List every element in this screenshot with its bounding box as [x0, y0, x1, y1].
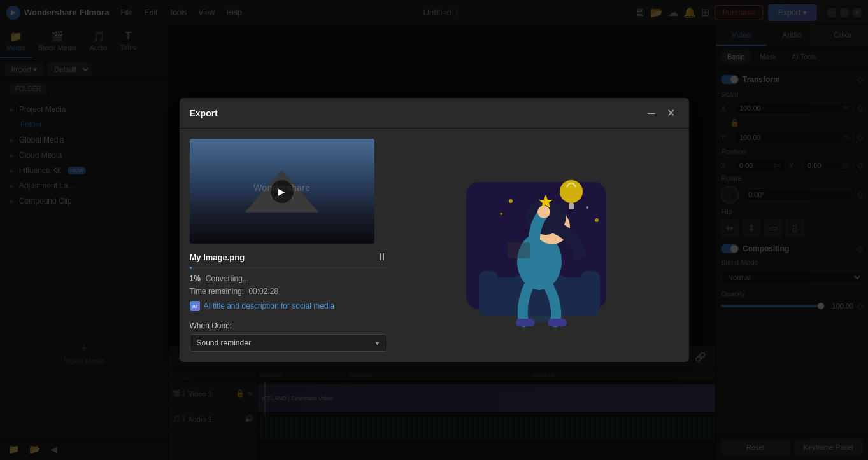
modal-header: Export ─ ✕ [180, 98, 689, 129]
file-name-text: My Image.png [190, 253, 245, 262]
modal-right [400, 139, 679, 352]
export-illustration [447, 144, 632, 347]
modal-title: Export [190, 108, 218, 118]
ai-icon: AI [190, 301, 200, 311]
modal-header-buttons: ─ ✕ [644, 106, 678, 120]
progress-status-row: 1% Converting... [190, 274, 387, 283]
pause-button[interactable]: ⏸ [377, 251, 387, 263]
progress-section: My Image.png ⏸ 1% Converting... Time rem… [190, 251, 387, 352]
modal-overlay: Export ─ ✕ Wondershare Filmora ▶ [0, 0, 868, 460]
svg-rect-3 [479, 271, 498, 316]
when-done-label: When Done: [190, 321, 387, 330]
svg-rect-18 [508, 242, 530, 258]
file-name-row: My Image.png ⏸ [190, 251, 387, 263]
progress-fill [190, 267, 192, 269]
ai-link-text: AI title and description for social medi… [204, 302, 334, 310]
svg-rect-13 [548, 319, 567, 326]
when-done-select[interactable]: Sound reminderShut downDo nothing [190, 334, 387, 352]
progress-pct: 1% [190, 274, 201, 283]
thumb-play-button[interactable]: ▶ [271, 180, 294, 203]
modal-minimize-button[interactable]: ─ [644, 106, 658, 120]
svg-rect-12 [516, 319, 535, 326]
export-thumbnail: Wondershare Filmora ▶ [190, 139, 374, 244]
svg-rect-4 [581, 271, 600, 316]
progress-status-text: Converting... [206, 274, 249, 283]
time-remaining-row: Time remaining: 00:02:28 [190, 287, 387, 296]
svg-point-14 [509, 199, 513, 203]
time-remaining-label: Time remaining: [190, 287, 245, 296]
svg-point-15 [500, 213, 502, 215]
when-done-select-wrapper: Sound reminderShut downDo nothing [190, 334, 387, 352]
svg-point-17 [595, 218, 599, 222]
svg-rect-11 [569, 203, 574, 209]
svg-point-8 [537, 206, 550, 218]
modal-body: Wondershare Filmora ▶ My Image.png ⏸ [180, 129, 689, 362]
export-modal: Export ─ ✕ Wondershare Filmora ▶ [180, 98, 689, 362]
modal-left: Wondershare Filmora ▶ My Image.png ⏸ [190, 139, 387, 352]
modal-close-button[interactable]: ✕ [663, 106, 679, 120]
ai-link[interactable]: AI AI title and description for social m… [190, 301, 387, 311]
progress-bar [190, 267, 387, 269]
time-remaining-value: 00:02:28 [248, 287, 278, 296]
svg-point-16 [586, 206, 588, 209]
